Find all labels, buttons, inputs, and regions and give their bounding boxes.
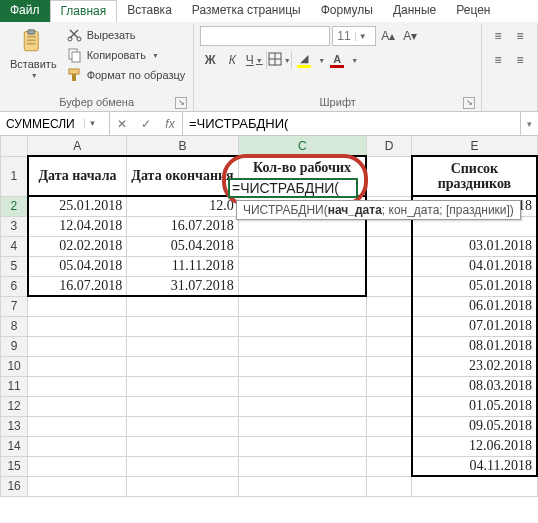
cell-D6[interactable] [366,276,412,296]
cell-A1[interactable]: Дата начала [28,156,127,196]
row-header-1[interactable]: 1 [1,156,28,196]
cell-B12[interactable] [127,396,238,416]
cell-D5[interactable] [366,256,412,276]
cell-E4[interactable]: 03.01.2018 [412,236,537,256]
cell-D11[interactable] [366,376,412,396]
copy-button[interactable]: Копировать ▼ [65,46,188,64]
cell-D14[interactable] [366,436,412,456]
cell-C4[interactable] [238,236,366,256]
cell-C11[interactable] [238,376,366,396]
cell-B7[interactable] [127,296,238,316]
font-name-combo[interactable]: ▼ [200,26,330,46]
paste-button[interactable]: Вставить ▼ [6,26,61,81]
cell-A12[interactable] [28,396,127,416]
cell-C9[interactable] [238,336,366,356]
cell-C5[interactable] [238,256,366,276]
fill-color-button[interactable]: ◢ [294,50,314,70]
cell-D9[interactable] [366,336,412,356]
cell-C14[interactable] [238,436,366,456]
col-header-E[interactable]: E [412,136,537,156]
cell-B3[interactable]: 16.07.2018 [127,216,238,236]
row-header-8[interactable]: 8 [1,316,28,336]
expand-formula-bar-button[interactable]: ▾ [520,112,538,135]
cell-A15[interactable] [28,456,127,476]
col-header-D[interactable]: D [366,136,412,156]
cell-A3[interactable]: 12.04.2018 [28,216,127,236]
decrease-font-button[interactable]: A▾ [400,26,420,46]
cell-A6[interactable]: 16.07.2018 [28,276,127,296]
cell-C8[interactable] [238,316,366,336]
cell-E1[interactable]: Список праздников [412,156,537,196]
cell-B5[interactable]: 11.11.2018 [127,256,238,276]
align-middle-button[interactable]: ≡ [510,26,530,46]
cell-E16[interactable] [412,476,537,496]
row-header-9[interactable]: 9 [1,336,28,356]
tab-insert[interactable]: Вставка [117,0,182,22]
cell-B2[interactable]: 12.0 [127,196,238,216]
tab-review[interactable]: Рецен [446,0,500,22]
cell-D4[interactable] [366,236,412,256]
row-header-6[interactable]: 6 [1,276,28,296]
cell-E9[interactable]: 08.01.2018 [412,336,537,356]
chevron-down-icon[interactable]: ▼ [355,32,369,41]
cell-E8[interactable]: 07.01.2018 [412,316,537,336]
row-header-3[interactable]: 3 [1,216,28,236]
format-painter-button[interactable]: Формат по образцу [65,66,188,84]
row-header-14[interactable]: 14 [1,436,28,456]
cell-E7[interactable]: 06.01.2018 [412,296,537,316]
increase-font-button[interactable]: A▴ [378,26,398,46]
tab-formulas[interactable]: Формулы [311,0,383,22]
cell-C10[interactable] [238,356,366,376]
font-launcher-icon[interactable]: ↘ [463,97,475,109]
tab-data[interactable]: Данные [383,0,446,22]
row-header-7[interactable]: 7 [1,296,28,316]
cell-C7[interactable] [238,296,366,316]
cell-B8[interactable] [127,316,238,336]
cell-D8[interactable] [366,316,412,336]
row-header-10[interactable]: 10 [1,356,28,376]
row-header-5[interactable]: 5 [1,256,28,276]
cell-A10[interactable] [28,356,127,376]
name-box[interactable]: ▼ [0,112,110,135]
cell-E13[interactable]: 09.05.2018 [412,416,537,436]
row-header-2[interactable]: 2 [1,196,28,216]
cell-A2[interactable]: 25.01.2018 [28,196,127,216]
cell-B9[interactable] [127,336,238,356]
cell-B15[interactable] [127,456,238,476]
row-header-15[interactable]: 15 [1,456,28,476]
cancel-formula-button[interactable]: ✕ [110,112,134,136]
cell-D15[interactable] [366,456,412,476]
cell-C15[interactable] [238,456,366,476]
cell-B6[interactable]: 31.07.2018 [127,276,238,296]
col-header-C[interactable]: C [238,136,366,156]
cell-B10[interactable] [127,356,238,376]
cell-E14[interactable]: 12.06.2018 [412,436,537,456]
col-header-B[interactable]: B [127,136,238,156]
chevron-down-icon[interactable]: ▼ [84,119,100,128]
cell-B4[interactable]: 05.04.2018 [127,236,238,256]
tab-home[interactable]: Главная [50,0,118,22]
cell-D12[interactable] [366,396,412,416]
cell-A13[interactable] [28,416,127,436]
cell-D10[interactable] [366,356,412,376]
font-size-combo[interactable]: ▼ [332,26,376,46]
insert-function-button[interactable]: fx [158,112,182,136]
cell-D16[interactable] [366,476,412,496]
col-header-A[interactable]: A [28,136,127,156]
cell-B14[interactable] [127,436,238,456]
cell-D7[interactable] [366,296,412,316]
cell-A5[interactable]: 05.04.2018 [28,256,127,276]
row-header-11[interactable]: 11 [1,376,28,396]
cell-D1[interactable] [366,156,412,196]
chevron-down-icon[interactable]: ▼ [318,57,325,64]
enter-formula-button[interactable]: ✓ [134,112,158,136]
cell-C12[interactable] [238,396,366,416]
align-center-button[interactable]: ≡ [510,50,530,70]
font-color-button[interactable]: A [327,50,347,70]
clipboard-launcher-icon[interactable]: ↘ [175,97,187,109]
cell-E11[interactable]: 08.03.2018 [412,376,537,396]
borders-button[interactable]: ▼ [269,50,289,70]
cell-E10[interactable]: 23.02.2018 [412,356,537,376]
cell-A11[interactable] [28,376,127,396]
cell-A9[interactable] [28,336,127,356]
